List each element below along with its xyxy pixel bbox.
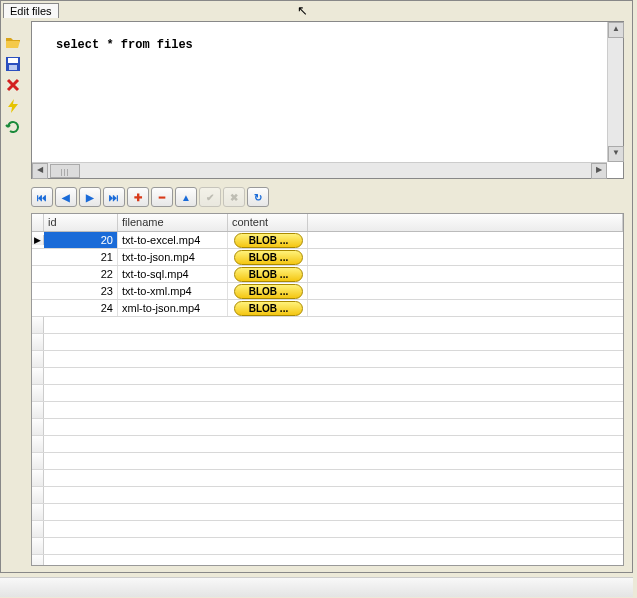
prev-button[interactable]: ◀ [55, 187, 77, 207]
status-bar [0, 577, 633, 597]
cell-content: BLOB ... [228, 232, 308, 248]
cell-content: BLOB ... [228, 249, 308, 265]
cell-filename[interactable]: xml-to-json.mp4 [118, 300, 228, 316]
scroll-left-arrow[interactable]: ◀ [32, 163, 48, 179]
scroll-down-arrow[interactable]: ▼ [608, 146, 624, 162]
cell-content: BLOB ... [228, 266, 308, 282]
folder-open-icon[interactable] [5, 35, 21, 51]
mouse-cursor: ↖ [297, 3, 308, 18]
empty-row [32, 453, 623, 470]
refresh-icon[interactable] [5, 119, 21, 135]
tab-edit-files[interactable]: Edit files [3, 3, 59, 18]
next-button[interactable]: ▶ [79, 187, 101, 207]
grid-header-id[interactable]: id [44, 214, 118, 231]
add-button[interactable]: ✚ [127, 187, 149, 207]
blob-button[interactable]: BLOB ... [234, 250, 303, 265]
table-row[interactable]: 23txt-to-xml.mp4BLOB ... [32, 283, 623, 300]
empty-row [32, 487, 623, 504]
empty-row [32, 436, 623, 453]
cell-id[interactable]: 20 [44, 232, 118, 248]
cell-filename[interactable]: txt-to-xml.mp4 [118, 283, 228, 299]
empty-row [32, 555, 623, 566]
sql-vertical-scrollbar[interactable]: ▲ ▼ [607, 22, 623, 162]
sql-query-text[interactable]: select * from files [56, 38, 193, 52]
cell-content: BLOB ... [228, 283, 308, 299]
empty-row [32, 317, 623, 334]
cell-filename[interactable]: txt-to-json.mp4 [118, 249, 228, 265]
empty-row [32, 504, 623, 521]
commit-button: ✔ [199, 187, 221, 207]
grid-header-content[interactable]: content [228, 214, 308, 231]
empty-row [32, 419, 623, 436]
sql-horizontal-scrollbar[interactable]: ◀ ▶ [32, 162, 607, 178]
save-icon[interactable] [5, 56, 21, 72]
empty-row [32, 538, 623, 555]
sql-editor[interactable]: select * from files ▲ ▼ ◀ ▶ [31, 21, 624, 179]
side-toolbar [5, 35, 23, 140]
grid-header-row: id filename content [32, 214, 623, 232]
empty-row [32, 521, 623, 538]
remove-button[interactable]: ━ [151, 187, 173, 207]
cell-filename[interactable]: txt-to-sql.mp4 [118, 266, 228, 282]
empty-row [32, 402, 623, 419]
grid-header-filename[interactable]: filename [118, 214, 228, 231]
blob-button[interactable]: BLOB ... [234, 267, 303, 282]
refresh-button[interactable]: ↻ [247, 187, 269, 207]
table-row[interactable]: 22txt-to-sql.mp4BLOB ... [32, 266, 623, 283]
empty-row [32, 385, 623, 402]
svg-rect-2 [9, 65, 17, 70]
grid-header-selector[interactable] [32, 214, 44, 231]
blob-button[interactable]: BLOB ... [234, 301, 303, 316]
cancel-button: ✖ [223, 187, 245, 207]
table-row[interactable]: ▶20txt-to-excel.mp4BLOB ... [32, 232, 623, 249]
result-grid: id filename content ▶20txt-to-excel.mp4B… [31, 213, 624, 566]
cell-id[interactable]: 24 [44, 300, 118, 316]
cell-filename[interactable]: txt-to-excel.mp4 [118, 232, 228, 248]
blob-button[interactable]: BLOB ... [234, 284, 303, 299]
cell-content: BLOB ... [228, 300, 308, 316]
scroll-right-arrow[interactable]: ▶ [591, 163, 607, 179]
cell-id[interactable]: 22 [44, 266, 118, 282]
up-button[interactable]: ▲ [175, 187, 197, 207]
empty-row [32, 351, 623, 368]
cell-id[interactable]: 21 [44, 249, 118, 265]
last-button[interactable]: ⏭ [103, 187, 125, 207]
blob-button[interactable]: BLOB ... [234, 233, 303, 248]
scroll-up-arrow[interactable]: ▲ [608, 22, 624, 38]
empty-row [32, 368, 623, 385]
grid-body: ▶20txt-to-excel.mp4BLOB ...21txt-to-json… [32, 232, 623, 566]
grid-header-spacer [308, 214, 623, 231]
delete-icon[interactable] [5, 77, 21, 93]
table-row[interactable]: 21txt-to-json.mp4BLOB ... [32, 249, 623, 266]
execute-icon[interactable] [5, 98, 21, 114]
empty-row [32, 334, 623, 351]
table-row[interactable]: 24xml-to-json.mp4BLOB ... [32, 300, 623, 317]
empty-row [32, 470, 623, 487]
svg-rect-1 [8, 58, 18, 63]
row-indicator: ▶ [32, 235, 44, 245]
scroll-thumb[interactable] [50, 164, 80, 178]
cell-id[interactable]: 23 [44, 283, 118, 299]
first-button[interactable]: ⏮ [31, 187, 53, 207]
record-nav-toolbar: ⏮◀▶⏭✚━▲✔✖↻ [31, 187, 269, 207]
